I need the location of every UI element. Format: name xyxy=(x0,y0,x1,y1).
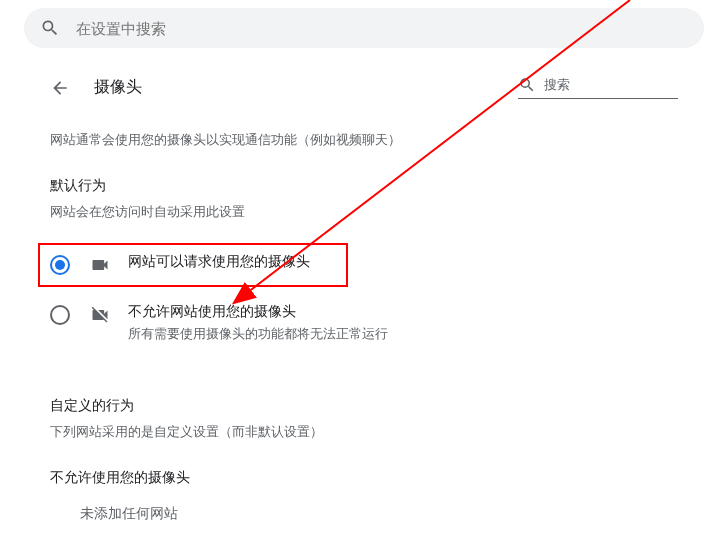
option-block-desc: 所有需要使用摄像头的功能都将无法正常运行 xyxy=(128,325,388,343)
search-icon xyxy=(40,18,60,38)
option-allow-camera[interactable]: 网站可以请求使用您的摄像头 xyxy=(50,239,678,289)
option-allow-label: 网站可以请求使用您的摄像头 xyxy=(128,253,310,271)
page-title: 摄像头 xyxy=(94,77,518,98)
settings-search-bar[interactable] xyxy=(24,8,704,48)
page-search[interactable]: 搜索 xyxy=(518,76,678,99)
option-block-camera[interactable]: 不允许网站使用您的摄像头 所有需要使用摄像头的功能都将无法正常运行 xyxy=(50,289,678,357)
page-header: 摄像头 搜索 xyxy=(50,68,678,115)
settings-search-input[interactable] xyxy=(76,20,688,37)
camera-off-icon xyxy=(90,305,110,325)
default-behavior-title: 默认行为 xyxy=(50,177,678,195)
no-sites-text: 未添加任何网站 xyxy=(80,505,678,523)
camera-description: 网站通常会使用您的摄像头以实现通信功能（例如视频聊天） xyxy=(50,131,678,149)
option-block-label: 不允许网站使用您的摄像头 xyxy=(128,303,388,321)
camera-icon xyxy=(90,255,110,275)
radio-unselected-icon xyxy=(50,305,70,325)
default-behavior-subtitle: 网站会在您访问时自动采用此设置 xyxy=(50,203,678,221)
back-arrow-icon[interactable] xyxy=(50,78,70,98)
search-icon xyxy=(518,76,536,94)
page-search-label: 搜索 xyxy=(544,76,570,94)
blocked-sites-title: 不允许使用您的摄像头 xyxy=(50,469,678,487)
custom-behavior-subtitle: 下列网站采用的是自定义设置（而非默认设置） xyxy=(50,423,678,441)
radio-selected-icon xyxy=(50,255,70,275)
custom-behavior-title: 自定义的行为 xyxy=(50,397,678,415)
